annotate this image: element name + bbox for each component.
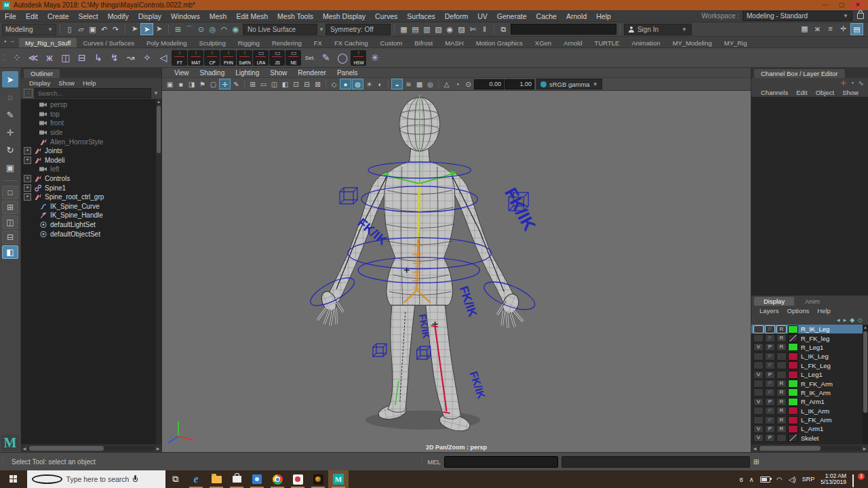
edge-icon[interactable]: e bbox=[186, 470, 206, 488]
paint-select-tool-icon[interactable]: ✎ bbox=[2, 106, 18, 123]
layer-row-R_FK_Arm[interactable]: PRR_FK_Arm bbox=[751, 379, 868, 388]
channel-list-area[interactable] bbox=[751, 97, 868, 296]
shelf-tab-curves / surfaces[interactable]: Curves / Surfaces bbox=[77, 38, 140, 47]
attribute-editor-icon[interactable]: ≡ bbox=[825, 23, 836, 34]
reference-toggle[interactable]: R bbox=[776, 325, 787, 333]
taskbar-search[interactable]: Type here to search bbox=[27, 470, 165, 488]
shelf-tab-rendering[interactable]: Rendering bbox=[266, 38, 308, 47]
reference-toggle[interactable] bbox=[776, 371, 787, 379]
image-plane-icon[interactable]: ▢ bbox=[208, 79, 218, 89]
hsw-button[interactable]: HSW bbox=[351, 50, 366, 66]
texture-paint-icon[interactable]: ▨ bbox=[456, 24, 467, 35]
gamma-dropdown[interactable]: sRGB gamma▼ bbox=[536, 79, 602, 89]
menu-mesh-tools[interactable]: Mesh Tools bbox=[273, 12, 318, 20]
menu-curves[interactable]: Curves bbox=[370, 12, 402, 20]
visibility-toggle[interactable] bbox=[753, 407, 764, 415]
safe-action-icon[interactable]: ⊟ bbox=[302, 79, 312, 89]
gate-mask-icon[interactable]: ◧ bbox=[280, 79, 290, 89]
outliner-persp-layout-icon[interactable]: ◧ bbox=[2, 245, 18, 259]
layer-vertical-scrollbar[interactable]: ▲ bbox=[863, 325, 868, 444]
clock[interactable]: 1:02 AM 5/13/2019 bbox=[821, 473, 846, 486]
isolate-select-icon[interactable]: △ bbox=[441, 79, 452, 89]
visibility-toggle[interactable] bbox=[753, 352, 764, 361]
layer-row-L_IK_Arm[interactable]: PRL_IK_Arm bbox=[751, 407, 868, 415]
layers-menu-help[interactable]: Help bbox=[813, 307, 835, 314]
layer-color-swatch[interactable] bbox=[788, 398, 798, 406]
outliner-item-Controls[interactable]: +Controls bbox=[21, 174, 161, 184]
reference-toggle[interactable]: R bbox=[776, 425, 787, 433]
textured-icon[interactable]: ◍ bbox=[352, 79, 363, 89]
visibility-toggle[interactable]: V bbox=[753, 425, 764, 433]
character-icon[interactable]: ж bbox=[41, 50, 57, 66]
new-scene-icon[interactable]: ▯ bbox=[64, 24, 75, 35]
graph-icon[interactable]: ∿ bbox=[859, 79, 864, 87]
outliner-item-persp[interactable]: persp bbox=[21, 100, 161, 110]
menu-edit-mesh[interactable]: Edit Mesh bbox=[231, 12, 273, 20]
playback-toggle[interactable]: P bbox=[765, 407, 775, 415]
layer-tab-anim[interactable]: Anim bbox=[795, 297, 829, 306]
nurbs-circle-icon[interactable]: ◯ bbox=[334, 50, 350, 66]
shelf-tab-xgen[interactable]: XGen bbox=[529, 38, 557, 47]
layer-color-swatch[interactable] bbox=[788, 325, 798, 333]
grid-icon[interactable]: ⊞ bbox=[248, 79, 258, 89]
humanik-icon[interactable]: ж bbox=[812, 23, 823, 34]
reference-toggle[interactable] bbox=[776, 352, 787, 361]
playback-toggle[interactable]: P bbox=[765, 398, 775, 406]
minimize-icon[interactable]: — bbox=[818, 1, 833, 9]
playback-toggle[interactable]: P bbox=[765, 334, 775, 342]
menu-generate[interactable]: Generate bbox=[492, 12, 532, 20]
menu-select[interactable]: Select bbox=[74, 12, 103, 20]
reference-toggle[interactable]: R bbox=[776, 398, 787, 406]
render-settings-icon[interactable]: ▥ bbox=[421, 24, 433, 35]
select-tool-icon[interactable]: ➤ bbox=[2, 71, 18, 87]
playback-toggle[interactable]: P bbox=[765, 352, 775, 361]
people-icon[interactable]: ɞ bbox=[739, 476, 743, 483]
render-current-frame-icon[interactable]: ▦ bbox=[398, 24, 410, 35]
move-layer-up-icon[interactable]: ◂ bbox=[837, 317, 840, 323]
outliner-menu-help[interactable]: Help bbox=[79, 79, 100, 87]
speaker-icon[interactable]: ◁) bbox=[789, 476, 796, 483]
symmetry-dropdown[interactable]: Symmetry: Off bbox=[326, 24, 391, 35]
edit-membership-icon[interactable]: ⊟ bbox=[74, 50, 90, 66]
lights-icon[interactable]: ☀ bbox=[364, 79, 374, 89]
snap-view-plane-icon[interactable]: ◠ bbox=[218, 24, 230, 35]
ik-handle-icon[interactable]: ↯ bbox=[106, 50, 122, 66]
viewport-canvas[interactable]: FK/IK FK/IK FK/IK FK/IK FK/IK 2D Pan/Zoo… bbox=[162, 91, 751, 452]
undo-icon[interactable]: ↶ bbox=[98, 24, 110, 35]
layer-row-R_IK_Leg[interactable]: PRR_IK_Leg bbox=[751, 325, 868, 333]
snap-point-icon[interactable]: ⊙ bbox=[195, 24, 207, 35]
select-object-icon[interactable]: ➤ bbox=[140, 23, 153, 35]
insert-joint-icon[interactable]: ✧ bbox=[139, 50, 155, 66]
viewport-menu-lighting[interactable]: Lighting bbox=[230, 69, 264, 77]
show-hidden-icons-icon[interactable]: ∧ bbox=[749, 476, 754, 483]
wifi-icon[interactable]: ◠ bbox=[776, 476, 783, 483]
field-entry-input[interactable] bbox=[511, 24, 616, 35]
two-pane-side-layout-icon[interactable]: ◫ bbox=[2, 216, 18, 229]
joint-tool-icon[interactable]: ↝ bbox=[123, 50, 138, 66]
menu-display[interactable]: Display bbox=[134, 12, 166, 20]
playback-toggle[interactable]: P bbox=[765, 380, 775, 388]
outliner-menu-display[interactable]: Display bbox=[25, 79, 54, 87]
chrome-icon[interactable] bbox=[267, 470, 288, 488]
snap-curve-icon[interactable]: ⌒ bbox=[184, 24, 195, 35]
move-tool-icon[interactable]: ✛ bbox=[2, 124, 18, 140]
depth-of-field-icon[interactable]: ◎ bbox=[425, 79, 435, 89]
save-scene-icon[interactable]: ▣ bbox=[87, 24, 98, 35]
menu-create[interactable]: Create bbox=[43, 12, 74, 20]
layer-color-swatch[interactable] bbox=[788, 361, 798, 369]
shelf-menu-icon[interactable]: ▪ ‒ bbox=[4, 38, 16, 45]
outliner-item-top[interactable]: top bbox=[21, 110, 161, 119]
start-button[interactable] bbox=[0, 470, 27, 488]
playback-toggle[interactable]: P bbox=[765, 425, 775, 433]
outliner-item-IK_Spine_Handle[interactable]: IK_Spine_Handle bbox=[21, 211, 161, 220]
single-pane-layout-icon[interactable]: □ bbox=[2, 186, 18, 199]
resolution-gate-icon[interactable]: ◫ bbox=[269, 79, 279, 89]
shelf-tab-my_rig[interactable]: MY_Rig bbox=[718, 38, 753, 47]
task-view-icon[interactable]: ⧉ bbox=[165, 470, 186, 488]
reference-toggle[interactable] bbox=[776, 434, 787, 442]
menu-surfaces[interactable]: Surfaces bbox=[402, 12, 439, 20]
2d-pan-zoom-icon[interactable]: ✛ bbox=[219, 79, 231, 89]
reference-toggle[interactable]: R bbox=[776, 343, 787, 351]
outliner-search-input[interactable] bbox=[35, 88, 151, 98]
layer-color-swatch[interactable] bbox=[788, 371, 798, 379]
